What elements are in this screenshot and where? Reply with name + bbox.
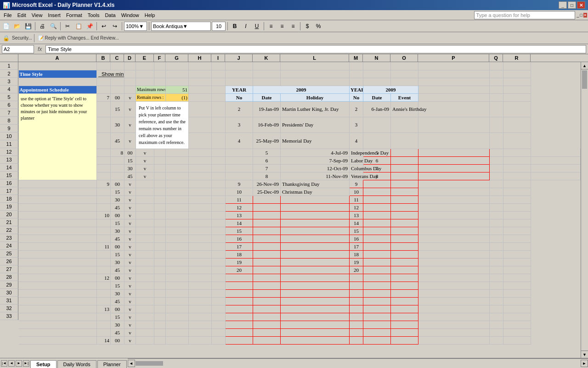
minimize-button[interactable]: _ [559, 1, 567, 9]
cell-row2-13[interactable] [391, 70, 418, 78]
cell-EI-16-0[interactable] [136, 203, 154, 211]
menu-file[interactable]: File [1, 12, 15, 19]
cell-B-21[interactable]: 11 [97, 242, 111, 250]
cell-end2-27-1[interactable] [490, 289, 503, 297]
cell-end2-30-2[interactable] [503, 313, 531, 321]
cell-B-1[interactable] [97, 62, 111, 70]
cell-A-1[interactable] [19, 62, 97, 70]
sheet-tab-setup[interactable]: Setup [30, 360, 57, 368]
cell-EI-25-2[interactable] [166, 274, 189, 282]
cell-EI-27-1[interactable] [154, 289, 166, 297]
cell-C-13[interactable]: 00 [111, 180, 124, 188]
col-header-P[interactable]: P [418, 54, 489, 62]
cell-C-27[interactable]: 30 [111, 289, 124, 297]
data-33-3[interactable] [350, 336, 363, 344]
cell-C-30[interactable]: 15 [111, 313, 124, 321]
cell-end2-10-0[interactable] [490, 156, 503, 164]
cell-EI-33-4[interactable] [212, 336, 226, 344]
cell-end2-24-0[interactable] [418, 266, 490, 274]
row-number-1[interactable]: 1 [0, 62, 18, 70]
data-24-4[interactable] [363, 266, 391, 274]
cell-end2-12-2[interactable] [531, 172, 581, 180]
cell-row4-8[interactable]: YEAR [226, 86, 253, 93]
tab-last-button[interactable]: ►| [23, 360, 29, 367]
col-header-E[interactable]: E [136, 54, 154, 62]
cell-EI-29-4[interactable] [212, 305, 226, 313]
data-30-5[interactable] [391, 313, 418, 321]
data-23-1[interactable] [253, 258, 281, 266]
cell-EI-24-0[interactable] [136, 266, 154, 274]
cell-EI-19-1[interactable] [154, 227, 166, 235]
cell-M-3[interactable] [350, 78, 363, 86]
cell-A-10[interactable] [97, 156, 111, 164]
data-29-0[interactable] [226, 305, 253, 313]
cell-C-28[interactable]: 45 [111, 297, 124, 305]
cell-EI-21-1[interactable] [154, 242, 166, 250]
col-header-O[interactable]: O [390, 54, 418, 62]
cell-K-1[interactable] [253, 62, 281, 70]
cell-EI-20-2[interactable] [166, 235, 189, 242]
data-32-4[interactable] [363, 328, 391, 336]
data-9-4[interactable] [391, 149, 418, 156]
cell-empty-8-1[interactable] [212, 133, 226, 149]
scroll-down-button[interactable]: ▼ [581, 351, 588, 358]
cell-B-13[interactable]: 9 [97, 180, 111, 188]
cell-end2-14-1[interactable] [490, 188, 503, 196]
data-15-4[interactable] [363, 196, 391, 203]
cell-D-32[interactable]: v [124, 328, 136, 336]
cell-B-24[interactable] [97, 266, 111, 274]
cell-EI-23-1[interactable] [154, 258, 166, 266]
data-29-1[interactable] [253, 305, 281, 313]
cell-D-30[interactable]: v [124, 313, 136, 321]
data-14-0[interactable]: 10 [226, 188, 253, 196]
data-25-3[interactable] [350, 274, 363, 282]
cell-C-33[interactable]: 00 [111, 336, 124, 344]
cell-EI-11-3[interactable] [212, 164, 226, 172]
data-18-4[interactable] [363, 219, 391, 227]
cell-end2-20-1[interactable] [490, 235, 503, 242]
data-21-4[interactable] [363, 242, 391, 250]
cell-F-3[interactable] [154, 78, 166, 86]
data-33-5[interactable] [391, 336, 418, 344]
data-10-1[interactable]: 7-Sep-09 [281, 156, 350, 164]
data-21-0[interactable]: 17 [226, 242, 253, 250]
cell-D-26[interactable]: v [124, 282, 136, 289]
cell-end2-19-2[interactable] [503, 227, 531, 235]
row-number-28[interactable]: 28 [0, 273, 18, 281]
cell-A-18[interactable] [19, 219, 97, 227]
col-header-A[interactable]: A [18, 54, 96, 62]
cell-A-21[interactable] [19, 242, 97, 250]
cell-row2-9[interactable] [253, 70, 281, 78]
cell-A-25[interactable] [19, 274, 97, 282]
cell-A-11[interactable] [97, 164, 111, 172]
open-button[interactable]: 📂 [12, 21, 22, 31]
cell-empty-r5-end-0[interactable] [418, 93, 490, 101]
undo-button[interactable]: ↩ [99, 21, 109, 31]
cell-A-27[interactable] [19, 289, 97, 297]
data-31-1[interactable] [253, 321, 281, 328]
cell-end2-21-2[interactable] [503, 242, 531, 250]
paste-button[interactable]: 📌 [85, 21, 95, 31]
cell-C-20[interactable]: 45 [111, 235, 124, 242]
cell-empty-7-0[interactable] [189, 117, 212, 132]
cell-row2-3[interactable] [136, 70, 154, 78]
data-13-0[interactable]: 9 [226, 180, 253, 188]
data-30-1[interactable] [253, 313, 281, 321]
cell-D-6[interactable]: v [124, 101, 136, 117]
cell-EI-33-1[interactable] [154, 336, 166, 344]
cell-EI-24-1[interactable] [154, 266, 166, 274]
cell-end2-20-2[interactable] [503, 235, 531, 242]
data-19-2[interactable] [281, 227, 350, 235]
cell-EI-32-4[interactable] [212, 328, 226, 336]
cell-D-18[interactable]: v [124, 219, 136, 227]
cell-row4-7[interactable] [212, 86, 226, 93]
cell-end2-31-0[interactable] [418, 321, 490, 328]
data-21-1[interactable] [253, 242, 281, 250]
cell-EI-33-2[interactable] [166, 336, 189, 344]
data-14-1[interactable]: 25-Dec-09 [253, 188, 281, 196]
cell-EI-16-2[interactable] [166, 203, 189, 211]
row-number-26[interactable]: 26 [0, 258, 18, 265]
data-17-3[interactable]: 13 [350, 211, 363, 219]
data-31-5[interactable] [391, 321, 418, 328]
cell-B-18[interactable] [97, 219, 111, 227]
